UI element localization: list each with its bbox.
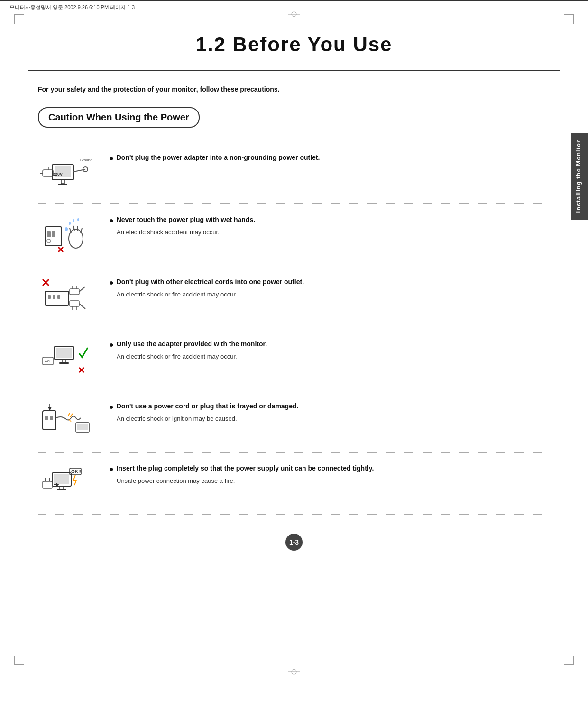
item-title-4: ● Only use the adapter provided with the… [109, 340, 550, 349]
svg-point-28 [77, 218, 79, 221]
item-row-5: ● Don't use a power cord or plug that is… [38, 390, 550, 453]
item-title-3: ● Don't plug with other electrical cords… [109, 278, 550, 287]
page-title: 1.2 Before You Use [28, 33, 560, 56]
item-sub-5: An electric shock or ignition may be cau… [117, 414, 550, 424]
insert-plug-container: OK!! [40, 463, 92, 504]
item-text-4: ● Only use the adapter provided with the… [109, 338, 550, 361]
main-content: For your safety and the protection of yo… [0, 71, 588, 579]
svg-rect-55 [43, 411, 56, 430]
item-text-1: ● Don't plug the power adapter into a no… [109, 151, 550, 166]
svg-rect-69 [43, 481, 52, 488]
item-row-4: AC ● Only use the adapter provided with … [38, 328, 550, 390]
item-row-1: Ground 220V ● Don't plug the power adapt… [38, 142, 550, 204]
svg-marker-64 [48, 407, 52, 411]
item-title-5: ● Don't use a power cord or plug that is… [109, 402, 550, 411]
item-sub-4: An electric shock or fire accident may o… [117, 352, 550, 361]
svg-rect-17 [47, 231, 51, 237]
svg-text:Ground: Ground [80, 158, 92, 162]
svg-rect-68 [57, 489, 66, 490]
svg-rect-12 [43, 170, 53, 176]
item-text-3: ● Don't plug with other electrical cords… [109, 276, 550, 299]
svg-rect-6 [58, 184, 67, 185]
item-image-3 [38, 276, 95, 318]
item-title-1: ● Don't plug the power adapter into a no… [109, 154, 550, 163]
svg-rect-62 [77, 424, 88, 430]
svg-line-42 [79, 304, 85, 309]
svg-rect-46 [56, 348, 72, 358]
item-sub-6: Unsafe power connection may cause a fire… [117, 476, 550, 486]
svg-line-78 [74, 480, 76, 485]
svg-text:220V: 220V [53, 172, 63, 176]
corner-tr [564, 14, 574, 24]
corner-bl [14, 656, 24, 665]
item-sub-2: An electric shock accident may occur. [117, 228, 550, 237]
svg-line-76 [74, 475, 75, 480]
item-image-1: Ground 220V [38, 151, 95, 194]
item-image-5 [38, 400, 95, 443]
svg-rect-34 [57, 295, 60, 299]
wet-hands-icon [40, 215, 92, 255]
svg-rect-18 [52, 231, 55, 237]
item-text-2: ● Never touch the power plug with wet ha… [109, 213, 550, 237]
corner-br [564, 656, 574, 665]
page-number: 1-3 [285, 534, 303, 551]
svg-point-19 [47, 239, 51, 243]
top-center-marker [288, 9, 300, 22]
page-title-section: 1.2 Before You Use [28, 14, 560, 71]
svg-point-26 [69, 222, 71, 225]
monitor-grounding-icon: Ground 220V [40, 153, 92, 193]
svg-rect-32 [48, 295, 51, 299]
page-number-section: 1-3 [38, 534, 550, 551]
caution-heading-box: Caution When Using the Power [38, 107, 550, 142]
bottom-center-marker [288, 666, 300, 679]
item-text-5: ● Don't use a power cord or plug that is… [109, 400, 550, 424]
caution-heading: Caution When Using the Power [38, 107, 200, 128]
svg-rect-57 [50, 416, 53, 420]
item-image-2 [38, 213, 95, 256]
insert-plug-icon: OK!! [40, 463, 92, 504]
svg-rect-35 [70, 289, 79, 295]
item-image-6: OK!! [38, 462, 95, 505]
svg-rect-33 [53, 295, 55, 299]
item-row-6: OK!! ● Insert the plug completely so tha… [38, 453, 550, 515]
svg-rect-48 [59, 362, 69, 364]
item-row-3: ● Don't plug with other electrical cords… [38, 266, 550, 328]
damaged-cord-icon [40, 401, 92, 442]
svg-text:AC: AC [45, 359, 50, 363]
svg-line-38 [79, 287, 85, 292]
svg-rect-66 [54, 474, 69, 484]
intro-text: For your safety and the protection of yo… [38, 85, 550, 93]
svg-text:OK!!: OK!! [71, 469, 82, 474]
multiple-plugs-icon [40, 277, 92, 317]
item-sub-3: An electric shock or fire accident may o… [117, 290, 550, 299]
svg-rect-39 [70, 301, 79, 306]
svg-point-25 [65, 227, 68, 231]
svg-point-27 [73, 219, 74, 222]
svg-rect-5 [61, 180, 64, 184]
item-text-6: ● Insert the plug completely so that the… [109, 462, 550, 486]
item-row-2: ● Never touch the power plug with wet ha… [38, 204, 550, 266]
svg-line-58 [68, 413, 70, 416]
item-title-2: ● Never touch the power plug with wet ha… [109, 216, 550, 225]
svg-rect-56 [45, 416, 48, 420]
corner-tl [14, 14, 24, 24]
item-image-4: AC [38, 338, 95, 380]
adapter-icon: AC [40, 339, 92, 379]
item-title-6: ● Insert the plug completely so that the… [109, 464, 550, 473]
sidebar-tab: Installing the Monitor [571, 133, 588, 220]
